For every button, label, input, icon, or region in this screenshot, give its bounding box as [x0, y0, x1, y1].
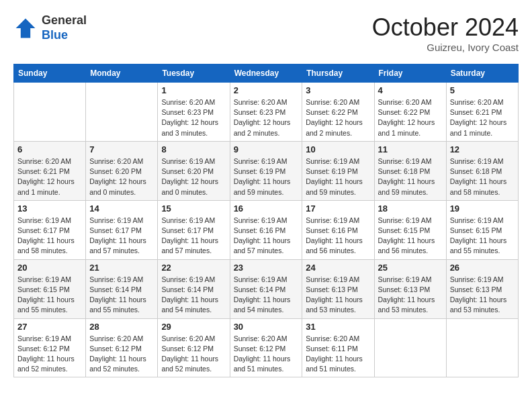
title-block: October 2024 Guizreu, Ivory Coast	[372, 13, 519, 53]
day-cell: 19Sunrise: 6:19 AM Sunset: 6:15 PM Dayli…	[446, 200, 518, 259]
day-info: Sunrise: 6:20 AM Sunset: 6:12 PM Dayligh…	[89, 334, 154, 375]
day-cell: 24Sunrise: 6:19 AM Sunset: 6:13 PM Dayli…	[302, 259, 374, 318]
col-header-saturday: Saturday	[446, 64, 518, 83]
day-cell: 9Sunrise: 6:19 AM Sunset: 6:19 PM Daylig…	[230, 141, 302, 200]
day-number: 4	[378, 85, 443, 95]
day-cell: 31Sunrise: 6:20 AM Sunset: 6:11 PM Dayli…	[302, 318, 374, 377]
day-cell: 18Sunrise: 6:19 AM Sunset: 6:15 PM Dayli…	[374, 200, 446, 259]
day-number: 20	[17, 263, 82, 273]
day-number: 18	[378, 203, 443, 214]
day-info: Sunrise: 6:19 AM Sunset: 6:13 PM Dayligh…	[450, 275, 515, 316]
col-header-friday: Friday	[374, 64, 446, 83]
day-cell: 8Sunrise: 6:19 AM Sunset: 6:20 PM Daylig…	[158, 141, 230, 200]
day-cell: 4Sunrise: 6:20 AM Sunset: 6:22 PM Daylig…	[374, 83, 446, 142]
day-info: Sunrise: 6:19 AM Sunset: 6:12 PM Dayligh…	[17, 334, 82, 375]
day-info: Sunrise: 6:20 AM Sunset: 6:12 PM Dayligh…	[234, 334, 299, 375]
day-info: Sunrise: 6:20 AM Sunset: 6:23 PM Dayligh…	[161, 97, 226, 138]
day-cell	[14, 83, 86, 142]
day-number: 28	[89, 322, 154, 332]
day-info: Sunrise: 6:19 AM Sunset: 6:17 PM Dayligh…	[17, 216, 82, 257]
week-row: 1Sunrise: 6:20 AM Sunset: 6:23 PM Daylig…	[14, 83, 519, 142]
day-info: Sunrise: 6:19 AM Sunset: 6:13 PM Dayligh…	[378, 275, 443, 316]
day-cell: 28Sunrise: 6:20 AM Sunset: 6:12 PM Dayli…	[86, 318, 158, 377]
day-cell: 23Sunrise: 6:19 AM Sunset: 6:14 PM Dayli…	[230, 259, 302, 318]
day-number: 7	[89, 144, 154, 154]
week-row: 27Sunrise: 6:19 AM Sunset: 6:12 PM Dayli…	[14, 318, 519, 377]
day-number: 23	[234, 263, 299, 273]
location-subtitle: Guizreu, Ivory Coast	[372, 42, 519, 53]
day-cell: 7Sunrise: 6:20 AM Sunset: 6:20 PM Daylig…	[86, 141, 158, 200]
day-info: Sunrise: 6:19 AM Sunset: 6:19 PM Dayligh…	[234, 156, 299, 197]
page-header: General Blue October 2024 Guizreu, Ivory…	[13, 13, 519, 53]
logo-text: General Blue	[42, 13, 87, 42]
day-cell: 2Sunrise: 6:20 AM Sunset: 6:23 PM Daylig…	[230, 83, 302, 142]
day-cell: 14Sunrise: 6:19 AM Sunset: 6:17 PM Dayli…	[86, 200, 158, 259]
day-cell: 3Sunrise: 6:20 AM Sunset: 6:22 PM Daylig…	[302, 83, 374, 142]
col-header-wednesday: Wednesday	[230, 64, 302, 83]
day-number: 30	[234, 322, 299, 332]
day-cell: 15Sunrise: 6:19 AM Sunset: 6:17 PM Dayli…	[158, 200, 230, 259]
day-number: 21	[89, 263, 154, 273]
day-cell: 12Sunrise: 6:19 AM Sunset: 6:18 PM Dayli…	[446, 141, 518, 200]
day-info: Sunrise: 6:20 AM Sunset: 6:23 PM Dayligh…	[234, 97, 299, 138]
day-info: Sunrise: 6:19 AM Sunset: 6:15 PM Dayligh…	[17, 275, 82, 316]
day-number: 10	[306, 144, 370, 154]
day-number: 17	[306, 203, 370, 214]
day-info: Sunrise: 6:20 AM Sunset: 6:22 PM Dayligh…	[306, 97, 370, 138]
calendar-table: SundayMondayTuesdayWednesdayThursdayFrid…	[13, 64, 519, 377]
day-number: 9	[234, 144, 299, 154]
day-info: Sunrise: 6:20 AM Sunset: 6:21 PM Dayligh…	[17, 156, 82, 197]
day-number: 12	[450, 144, 515, 154]
day-number: 11	[378, 144, 443, 154]
logo: General Blue	[13, 13, 87, 42]
day-cell: 13Sunrise: 6:19 AM Sunset: 6:17 PM Dayli…	[14, 200, 86, 259]
day-cell	[374, 318, 446, 377]
day-number: 2	[234, 85, 299, 95]
day-info: Sunrise: 6:19 AM Sunset: 6:17 PM Dayligh…	[89, 216, 154, 257]
day-info: Sunrise: 6:19 AM Sunset: 6:14 PM Dayligh…	[89, 275, 154, 316]
day-info: Sunrise: 6:19 AM Sunset: 6:18 PM Dayligh…	[378, 156, 443, 197]
day-cell: 20Sunrise: 6:19 AM Sunset: 6:15 PM Dayli…	[14, 259, 86, 318]
day-number: 31	[306, 322, 370, 332]
day-info: Sunrise: 6:19 AM Sunset: 6:13 PM Dayligh…	[306, 275, 370, 316]
day-info: Sunrise: 6:19 AM Sunset: 6:19 PM Dayligh…	[306, 156, 370, 197]
day-number: 5	[450, 85, 515, 95]
day-cell	[86, 83, 158, 142]
day-number: 26	[450, 263, 515, 273]
day-number: 29	[161, 322, 226, 332]
day-cell: 16Sunrise: 6:19 AM Sunset: 6:16 PM Dayli…	[230, 200, 302, 259]
svg-marker-0	[16, 18, 36, 38]
day-info: Sunrise: 6:19 AM Sunset: 6:18 PM Dayligh…	[450, 156, 515, 197]
day-cell: 6Sunrise: 6:20 AM Sunset: 6:21 PM Daylig…	[14, 141, 86, 200]
day-cell: 25Sunrise: 6:19 AM Sunset: 6:13 PM Dayli…	[374, 259, 446, 318]
day-info: Sunrise: 6:20 AM Sunset: 6:21 PM Dayligh…	[450, 97, 515, 138]
day-info: Sunrise: 6:19 AM Sunset: 6:17 PM Dayligh…	[161, 216, 226, 257]
day-info: Sunrise: 6:19 AM Sunset: 6:15 PM Dayligh…	[378, 216, 443, 257]
day-info: Sunrise: 6:19 AM Sunset: 6:15 PM Dayligh…	[450, 216, 515, 257]
day-number: 27	[17, 322, 82, 332]
day-cell: 22Sunrise: 6:19 AM Sunset: 6:14 PM Dayli…	[158, 259, 230, 318]
day-number: 25	[378, 263, 443, 273]
day-number: 8	[161, 144, 226, 154]
day-info: Sunrise: 6:19 AM Sunset: 6:20 PM Dayligh…	[161, 156, 226, 197]
week-row: 13Sunrise: 6:19 AM Sunset: 6:17 PM Dayli…	[14, 200, 519, 259]
col-header-monday: Monday	[86, 64, 158, 83]
day-cell: 21Sunrise: 6:19 AM Sunset: 6:14 PM Dayli…	[86, 259, 158, 318]
day-number: 16	[234, 203, 299, 214]
col-header-tuesday: Tuesday	[158, 64, 230, 83]
header-row: SundayMondayTuesdayWednesdayThursdayFrid…	[14, 64, 519, 83]
day-number: 19	[450, 203, 515, 214]
day-info: Sunrise: 6:20 AM Sunset: 6:22 PM Dayligh…	[378, 97, 443, 138]
day-cell: 10Sunrise: 6:19 AM Sunset: 6:19 PM Dayli…	[302, 141, 374, 200]
day-cell: 5Sunrise: 6:20 AM Sunset: 6:21 PM Daylig…	[446, 83, 518, 142]
day-info: Sunrise: 6:20 AM Sunset: 6:11 PM Dayligh…	[306, 334, 370, 375]
month-title: October 2024	[372, 13, 519, 42]
logo-icon	[13, 16, 38, 40]
day-cell: 1Sunrise: 6:20 AM Sunset: 6:23 PM Daylig…	[158, 83, 230, 142]
day-cell: 30Sunrise: 6:20 AM Sunset: 6:12 PM Dayli…	[230, 318, 302, 377]
day-info: Sunrise: 6:19 AM Sunset: 6:16 PM Dayligh…	[234, 216, 299, 257]
week-row: 6Sunrise: 6:20 AM Sunset: 6:21 PM Daylig…	[14, 141, 519, 200]
day-cell: 11Sunrise: 6:19 AM Sunset: 6:18 PM Dayli…	[374, 141, 446, 200]
day-number: 22	[161, 263, 226, 273]
day-number: 1	[161, 85, 226, 95]
